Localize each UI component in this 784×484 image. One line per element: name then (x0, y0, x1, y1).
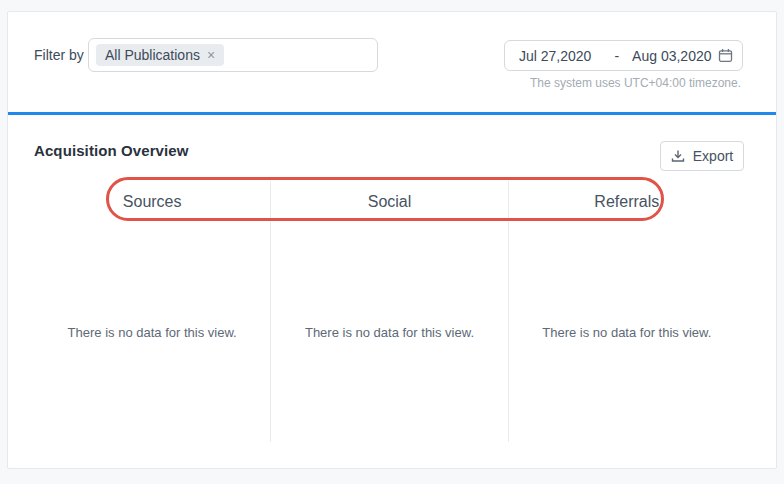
date-range-start[interactable]: Jul 27,2020 (519, 48, 591, 64)
filter-tag-label: All Publications (105, 47, 200, 63)
remove-tag-icon[interactable]: × (207, 48, 215, 62)
export-button-label: Export (693, 148, 733, 164)
filter-tag-all-publications: All Publications × (96, 44, 224, 66)
export-button[interactable]: Export (660, 141, 744, 171)
publications-filter-input[interactable]: All Publications × (88, 38, 378, 72)
section-divider-line (8, 112, 776, 115)
date-range-picker[interactable]: Jul 27,2020 - Aug 03,2020 (504, 40, 743, 71)
page-title: Acquisition Overview (34, 142, 189, 159)
column-header-sources: Sources (34, 181, 270, 222)
date-range-end[interactable]: Aug 03,2020 (632, 48, 711, 64)
column-header-social: Social (271, 181, 507, 222)
calendar-icon[interactable] (718, 48, 733, 63)
download-icon (671, 149, 685, 163)
column-sources: Sources There is no data for this view. (34, 181, 270, 442)
timezone-note: The system uses UTC+04:00 timezone. (530, 76, 741, 90)
empty-message-sources: There is no data for this view. (34, 222, 270, 442)
dashboard-card: Filter by All Publications × Jul 27,2020… (7, 11, 777, 469)
date-range-separator: - (614, 48, 619, 64)
acquisition-columns: Sources There is no data for this view. … (34, 181, 745, 442)
filter-by-label: Filter by (34, 38, 84, 72)
column-referrals: Referrals There is no data for this view… (508, 181, 745, 442)
column-social: Social There is no data for this view. (270, 181, 507, 442)
column-header-referrals: Referrals (509, 181, 745, 222)
empty-message-social: There is no data for this view. (271, 222, 507, 442)
empty-message-referrals: There is no data for this view. (509, 222, 745, 442)
